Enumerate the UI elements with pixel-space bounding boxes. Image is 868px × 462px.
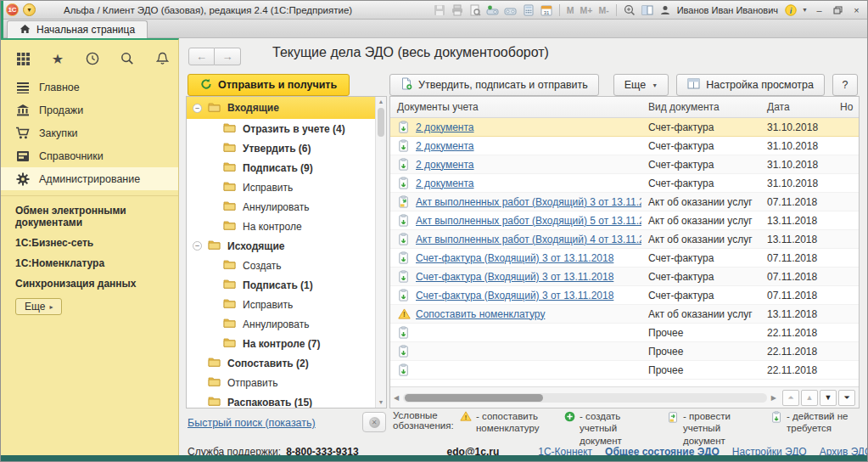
print-icon[interactable] [451, 3, 464, 17]
hscroll-left-icon[interactable]: ◀ [394, 394, 399, 402]
calculator-icon[interactable] [522, 3, 535, 17]
memory-mminus-button[interactable]: M- [597, 5, 609, 15]
favorites-star-icon[interactable]: ★ [50, 51, 65, 66]
table-row[interactable]: Акт выполненных работ (Входящий) 3 от 13… [390, 193, 859, 211]
table-row[interactable]: 2 документа Счет-фактура 31.10.2018 [390, 137, 859, 155]
document-link[interactable]: 2 документа [416, 159, 474, 171]
business-net-icon[interactable] [504, 3, 518, 17]
collapse-icon[interactable]: – [193, 104, 202, 113]
sidebar-menu-item[interactable]: Продажи [1, 99, 178, 121]
table-row[interactable]: Счет-фактура (Входящий) 3 от 13.11.2018 … [390, 249, 859, 268]
tree-scroll-thumb[interactable] [378, 108, 384, 137]
split-view-icon[interactable] [641, 3, 654, 17]
approve-sign-send-button[interactable]: Утвердить, подписать и отправить [389, 74, 599, 96]
go-last-button[interactable]: ⏷ [838, 390, 855, 406]
info-icon[interactable]: i [784, 3, 798, 17]
chevron-down-icon[interactable]: ▼ [802, 7, 808, 13]
tree-item[interactable]: – Утвердить (6) [187, 138, 386, 158]
main-menu-button[interactable]: ▼ [23, 3, 36, 16]
col-number[interactable]: Но [833, 101, 859, 113]
user-name[interactable]: Иванов Иван Иванович [677, 5, 778, 15]
table-row[interactable]: Счет-фактура (Входящий) 3 от 13.11.2018 … [390, 286, 859, 305]
more-button[interactable]: Еще ▼ [613, 74, 669, 96]
back-button[interactable]: ← [188, 48, 215, 65]
document-link[interactable]: 2 документа [416, 121, 474, 133]
tree-item[interactable]: – Отправить [187, 373, 386, 392]
scroll-up-icon[interactable]: ▲ [376, 97, 386, 107]
table-row[interactable]: Акт выполненных работ (Входящий) 5 от 13… [390, 211, 859, 230]
forward-button[interactable]: → [215, 48, 241, 65]
history-clock-icon[interactable] [85, 51, 100, 66]
table-row[interactable]: 2 документа Счет-фактура 31.10.2018 [390, 174, 859, 193]
hscroll-right-icon[interactable]: ▶ [771, 394, 776, 402]
document-link[interactable]: 2 документа [416, 177, 474, 189]
table-row[interactable]: Прочее 22.11.2018 [390, 361, 859, 380]
minimize-button[interactable]: – [812, 3, 826, 17]
document-link[interactable]: Счет-фактура (Входящий) 3 от 13.11.2018 [416, 290, 613, 301]
tree-item[interactable]: – Исходящие [187, 236, 386, 256]
save-icon[interactable] [433, 3, 446, 17]
table-row[interactable]: ! Сопоставить номенклатуру Акт об оказан… [390, 305, 859, 324]
tree-item[interactable]: – Отразить в учете (4) [187, 119, 386, 138]
sidebar-menu-item[interactable]: Справочники [1, 144, 178, 167]
preview-icon[interactable] [468, 3, 482, 17]
go-prev-button[interactable]: ▲ [801, 390, 818, 406]
1c-logo-button[interactable]: 1С [6, 3, 19, 16]
sidebar-command-link[interactable]: 1С:Номенклатура [1, 253, 178, 273]
col-kind[interactable]: Вид документа [641, 101, 760, 113]
tree-item[interactable]: – На контроле (7) [187, 334, 386, 353]
table-row[interactable]: Прочее 22.11.2018 [390, 342, 859, 361]
search-icon[interactable] [120, 51, 135, 66]
tree-item[interactable]: – Входящие [187, 97, 386, 119]
table-row[interactable]: Прочее 22.11.2018 [390, 324, 859, 342]
notifications-bell-icon[interactable] [154, 51, 170, 66]
apps-grid-icon[interactable] [15, 51, 31, 66]
scroll-down-icon[interactable]: ▼ [376, 397, 386, 408]
hscroll-thumb[interactable] [405, 394, 543, 402]
restore-button[interactable] [831, 3, 845, 17]
col-documents[interactable]: Документы учета [390, 101, 641, 113]
document-link[interactable]: Акт выполненных работ (Входящий) 3 от 13… [416, 196, 641, 208]
tree-item[interactable]: – Исправить [187, 177, 386, 197]
go-next-button[interactable]: ▼ [820, 390, 837, 406]
document-link[interactable]: 2 документа [416, 140, 474, 152]
memory-m-button[interactable]: M [566, 5, 575, 15]
sidebar-menu-item[interactable]: Администрирование [1, 167, 178, 190]
tree-item[interactable]: – Распаковать (15) [187, 392, 386, 408]
service-link-icon[interactable] [486, 3, 500, 17]
sidebar-more-button[interactable]: Еще ▸ [15, 298, 62, 315]
zoom-icon[interactable] [623, 3, 636, 17]
horizontal-scrollbar[interactable] [403, 393, 767, 403]
document-link[interactable]: Счет-фактура (Входящий) 3 от 13.11.2018 [416, 271, 613, 283]
tree-item[interactable]: – Аннулировать [187, 314, 386, 334]
legend-toggle-button[interactable]: ✕ [362, 412, 386, 432]
tree-item[interactable]: – Сопоставить (2) [187, 353, 386, 373]
table-row[interactable]: 2 документа Счет-фактура 31.10.2018 [390, 155, 859, 174]
document-link[interactable]: Акт выполненных работ (Входящий) 5 от 13… [416, 215, 641, 227]
sidebar-menu-item[interactable]: Закупки [1, 121, 178, 144]
tree-item[interactable]: – Аннулировать [187, 197, 386, 217]
sidebar-command-link[interactable]: Синхронизация данных [1, 273, 178, 294]
sidebar-command-link[interactable]: Обмен электронными документами [1, 200, 178, 233]
view-settings-button[interactable]: Настройка просмотра [676, 74, 825, 96]
tree-item[interactable]: – Исправить [187, 295, 386, 314]
tree-item[interactable]: – Создать [187, 256, 386, 275]
tree-scrollbar[interactable]: ▲ ▼ [375, 97, 386, 408]
calendar-icon[interactable]: 31 [540, 3, 553, 17]
tree-item[interactable]: – На контроле [187, 217, 386, 236]
table-row[interactable]: Счет-фактура (Входящий) 3 от 13.11.2018 … [390, 268, 859, 286]
tree-item[interactable]: – Подписать (9) [187, 158, 386, 177]
table-row[interactable]: 2 документа Счет-фактура 31.10.2018 [390, 118, 859, 137]
close-button[interactable]: × [849, 3, 864, 17]
document-link[interactable]: Сопоставить номенклатуру [416, 308, 545, 320]
sidebar-menu-item[interactable]: Главное [1, 76, 178, 99]
tab-home-page[interactable]: Начальная страница [7, 20, 148, 38]
collapse-icon[interactable]: – [193, 241, 202, 251]
sidebar-command-link[interactable]: 1С:Бизнес-сеть [1, 233, 178, 253]
help-button[interactable]: ? [832, 74, 858, 96]
go-first-button[interactable]: ⏶ [782, 390, 799, 406]
document-link[interactable]: Акт выполненных работ (Входящий) 4 от 13… [416, 234, 641, 245]
document-link[interactable]: Счет-фактура (Входящий) 3 от 13.11.2018 [416, 252, 613, 264]
tree-item[interactable]: – Подписать (1) [187, 275, 386, 295]
send-receive-button[interactable]: Отправить и получить [188, 74, 350, 96]
